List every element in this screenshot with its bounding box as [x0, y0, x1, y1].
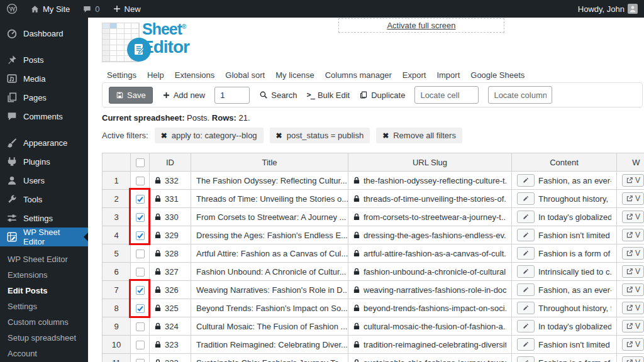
- view-button[interactable]: V: [622, 174, 644, 187]
- content-cell[interactable]: Throughout history, ...: [512, 190, 617, 208]
- view-button[interactable]: V: [622, 192, 644, 205]
- title-cell[interactable]: Artful Attire: Fashion as a Canvas of Cu…: [191, 244, 348, 263]
- my-site-menu[interactable]: My Site: [24, 0, 76, 18]
- view-button[interactable]: V: [622, 302, 644, 314]
- slug-cell[interactable]: cultural-mosaic-the-fusion-of-fashion-a.…: [348, 317, 512, 336]
- content-cell[interactable]: Fashion, as an ever-...: [512, 281, 617, 299]
- nav-tab-columns-manager[interactable]: Columns manager: [325, 70, 392, 80]
- add-new-button[interactable]: Add new: [162, 90, 206, 100]
- row-checkbox-cell[interactable]: [131, 263, 150, 281]
- column-header-title[interactable]: Title: [191, 153, 348, 172]
- row-checkbox[interactable]: [136, 268, 145, 277]
- row-checkbox[interactable]: [136, 250, 145, 258]
- sidebar-item-tools[interactable]: Tools: [0, 190, 88, 209]
- content-cell[interactable]: In today's globalized...: [512, 208, 617, 226]
- title-cell[interactable]: Tradition Reimagined: Celebrating Diver.…: [191, 336, 348, 354]
- title-cell[interactable]: Threads of Time: Unveiling the Stories o…: [191, 190, 348, 208]
- title-cell[interactable]: Dressing the Ages: Fashion's Endless E..…: [191, 226, 348, 244]
- view-button[interactable]: V: [622, 320, 644, 332]
- slug-cell[interactable]: beyond-trends-fashions-impact-on-soci...: [348, 299, 512, 317]
- content-cell[interactable]: In today's globalized ...: [512, 317, 617, 336]
- title-cell[interactable]: Sustainable Chic: Fashion's Journey To..…: [191, 354, 348, 362]
- content-cell[interactable]: Fashion is a form of ...: [512, 354, 617, 362]
- title-cell[interactable]: The Fashion Odyssey: Reflecting Cultur..…: [191, 172, 348, 190]
- column-header-w[interactable]: W: [617, 153, 644, 172]
- slug-cell[interactable]: threads-of-time-unveiling-the-stories-of…: [348, 190, 512, 208]
- edit-content-button[interactable]: [517, 283, 535, 296]
- view-button[interactable]: V: [622, 247, 644, 260]
- submenu-item-edit-posts[interactable]: Edit Posts: [0, 283, 88, 299]
- bulk-edit-button[interactable]: >_ Bulk Edit: [306, 90, 350, 100]
- sidebar-item-dashboard[interactable]: Dashboard: [0, 24, 88, 43]
- slug-cell[interactable]: weaving-narratives-fashions-role-in-doc.…: [348, 281, 512, 299]
- submenu-item-extensions[interactable]: Extensions: [0, 267, 88, 283]
- slug-cell[interactable]: artful-attire-fashion-as-a-canvas-of-cul…: [348, 244, 512, 263]
- content-cell[interactable]: Fashion, as an ever-...: [512, 172, 617, 190]
- sidebar-item-plugins[interactable]: Plugins: [0, 152, 88, 171]
- submenu-item-wp-sheet-editor[interactable]: WP Sheet Editor: [0, 251, 88, 267]
- nav-tab-global-sort[interactable]: Global sort: [225, 70, 265, 80]
- nav-tab-settings[interactable]: Settings: [107, 70, 136, 80]
- filter-chip[interactable]: ✖Remove all filters: [376, 128, 462, 143]
- view-button[interactable]: V: [622, 211, 644, 223]
- edit-content-button[interactable]: [517, 211, 535, 223]
- row-checkbox[interactable]: [136, 213, 145, 222]
- row-checkbox-cell[interactable]: [131, 317, 150, 336]
- locate-column-input[interactable]: [488, 86, 552, 104]
- filter-chip[interactable]: ✖apply to: category--blog: [155, 128, 264, 143]
- edit-content-button[interactable]: [517, 338, 535, 351]
- row-checkbox-cell[interactable]: [131, 190, 150, 208]
- filter-chip[interactable]: ✖post_status = publish: [270, 128, 370, 143]
- row-checkbox[interactable]: [136, 341, 145, 349]
- submenu-item-account[interactable]: Account: [0, 346, 88, 361]
- submenu-item-settings[interactable]: Settings: [0, 299, 88, 314]
- sidebar-item-media[interactable]: Media: [0, 69, 88, 88]
- view-button[interactable]: V: [622, 265, 644, 278]
- sidebar-item-appearance[interactable]: Appearance: [0, 133, 88, 152]
- column-header-url-slug[interactable]: URL Slug: [348, 153, 512, 172]
- slug-cell[interactable]: tradition-reimagined-celebrating-diversi…: [348, 336, 512, 354]
- remove-filter-icon[interactable]: ✖: [382, 131, 389, 140]
- title-cell[interactable]: From Corsets to Streetwear: A Journey ..…: [191, 208, 348, 226]
- wordpress-logo-icon[interactable]: [0, 0, 24, 18]
- slug-cell[interactable]: fashion-unbound-a-chronicle-of-cultural.…: [348, 263, 512, 281]
- edit-content-button[interactable]: [517, 229, 535, 241]
- row-checkbox-cell[interactable]: [131, 208, 150, 226]
- view-button[interactable]: V: [622, 229, 644, 241]
- view-button[interactable]: V: [622, 356, 644, 362]
- nav-tab-export[interactable]: Export: [402, 70, 426, 80]
- duplicate-button[interactable]: Duplicate: [359, 90, 405, 100]
- howdy-account-menu[interactable]: Howdy, John: [572, 0, 644, 18]
- sidebar-item-users[interactable]: Users: [0, 171, 88, 190]
- remove-filter-icon[interactable]: ✖: [161, 131, 167, 140]
- title-cell[interactable]: Cultural Mosaic: The Fusion of Fashion .…: [191, 317, 348, 336]
- nav-tab-google-sheets[interactable]: Google Sheets: [470, 70, 525, 80]
- row-checkbox-cell[interactable]: [131, 336, 150, 354]
- row-checkbox[interactable]: [136, 322, 145, 331]
- sidebar-item-posts[interactable]: Posts: [0, 50, 88, 69]
- edit-content-button[interactable]: [517, 265, 535, 278]
- row-checkbox-cell[interactable]: [131, 226, 150, 244]
- row-checkbox[interactable]: [136, 195, 145, 204]
- row-checkbox-cell[interactable]: [131, 172, 150, 190]
- activate-fullscreen-link[interactable]: Activate full screen: [387, 21, 455, 30]
- edit-content-button[interactable]: [517, 302, 535, 314]
- submenu-item-setup-spreadsheet[interactable]: Setup spreadsheet: [0, 330, 88, 346]
- slug-cell[interactable]: sustainable-chic-fashions-journey-towar.…: [348, 354, 512, 362]
- title-cell[interactable]: Fashion Unbound: A Chronicle of Cultur..…: [191, 263, 348, 281]
- content-cell[interactable]: Intrinsically tied to c...: [512, 263, 617, 281]
- sidebar-item-comments[interactable]: Comments: [0, 107, 88, 126]
- content-cell[interactable]: Fashion isn't limited t...: [512, 336, 617, 354]
- view-button[interactable]: V: [622, 283, 644, 296]
- search-button[interactable]: Search: [259, 90, 297, 100]
- column-header-content[interactable]: Content: [512, 153, 617, 172]
- row-checkbox[interactable]: [136, 359, 145, 362]
- edit-content-button[interactable]: [517, 247, 535, 260]
- slug-cell[interactable]: dressing-the-ages-fashions-endless-ev...: [348, 226, 512, 244]
- edit-content-button[interactable]: [517, 174, 535, 187]
- slug-cell[interactable]: the-fashion-odyssey-reflecting-culture-t…: [348, 172, 512, 190]
- save-button[interactable]: Save: [109, 87, 153, 104]
- new-menu[interactable]: New: [106, 0, 147, 18]
- row-checkbox-cell[interactable]: [131, 281, 150, 299]
- remove-filter-icon[interactable]: ✖: [276, 131, 282, 140]
